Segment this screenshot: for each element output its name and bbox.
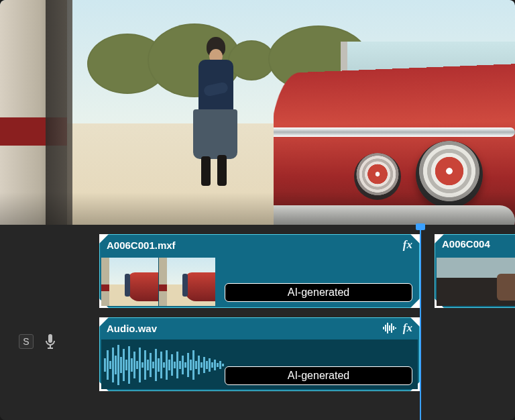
svg-rect-30 [166, 350, 168, 380]
svg-rect-48 [214, 360, 216, 370]
svg-rect-23 [147, 360, 149, 370]
svg-rect-31 [168, 360, 170, 370]
svg-rect-14 [123, 349, 125, 381]
svg-rect-37 [184, 362, 186, 368]
svg-rect-13 [120, 357, 122, 373]
svg-rect-1 [385, 325, 386, 331]
audio-waveform-icon[interactable] [383, 323, 396, 333]
svg-rect-45 [206, 361, 208, 369]
svg-rect-49 [217, 363, 219, 367]
svg-rect-25 [152, 362, 154, 368]
waveform [104, 344, 226, 385]
svg-rect-22 [144, 350, 146, 380]
svg-rect-24 [150, 353, 152, 377]
svg-rect-8 [107, 350, 109, 380]
svg-rect-35 [179, 361, 181, 369]
svg-rect-11 [115, 356, 117, 374]
track-header-column: S [0, 225, 94, 420]
svg-rect-19 [136, 361, 138, 369]
tracks-area[interactable]: A006C001.mxf fx AI-generated A006C004 [94, 225, 515, 420]
video-editor-app: S A006C001.mxf fx [0, 0, 515, 420]
svg-rect-17 [131, 358, 133, 372]
svg-rect-5 [393, 326, 394, 330]
svg-rect-20 [139, 348, 141, 382]
svg-rect-50 [219, 361, 221, 369]
svg-rect-28 [160, 352, 162, 378]
video-track-row[interactable]: A006C001.mxf fx AI-generated A006C004 [99, 234, 515, 308]
svg-rect-26 [155, 349, 157, 381]
clip-thumbnails [101, 258, 215, 306]
svg-rect-7 [104, 358, 106, 372]
svg-rect-27 [158, 358, 160, 372]
svg-rect-15 [125, 360, 127, 370]
svg-rect-34 [176, 352, 178, 378]
svg-rect-51 [222, 364, 224, 366]
svg-rect-38 [187, 353, 189, 377]
svg-rect-39 [190, 360, 192, 370]
ai-generated-badge: AI-generated [225, 283, 412, 302]
clip-filename: Audio.wav [107, 323, 157, 334]
svg-rect-18 [133, 352, 135, 378]
preview-scene [0, 0, 515, 225]
svg-rect-40 [192, 350, 194, 380]
svg-rect-12 [117, 345, 119, 385]
svg-rect-16 [128, 346, 130, 384]
svg-rect-32 [171, 354, 173, 376]
audio-track-header[interactable]: S [0, 303, 94, 380]
video-track-header[interactable] [0, 225, 94, 303]
svg-rect-44 [203, 357, 205, 373]
svg-rect-6 [395, 327, 396, 329]
timeline-panel: S A006C001.mxf fx [0, 225, 515, 420]
svg-rect-3 [389, 325, 390, 331]
mic-icon[interactable] [44, 334, 56, 349]
playhead[interactable] [420, 225, 421, 420]
clip-thumbnails [437, 258, 515, 306]
svg-rect-46 [209, 358, 211, 372]
svg-rect-9 [109, 361, 111, 369]
program-monitor[interactable] [0, 0, 515, 225]
svg-rect-43 [201, 362, 203, 368]
svg-rect-10 [112, 348, 114, 382]
svg-rect-4 [391, 323, 392, 333]
clip-filename: A006C004 [442, 238, 490, 250]
audio-clip-1[interactable]: Audio.wav fx [99, 317, 420, 391]
svg-rect-42 [198, 356, 200, 374]
svg-rect-47 [211, 362, 213, 368]
svg-rect-29 [163, 362, 165, 368]
fx-icon[interactable]: fx [403, 238, 412, 252]
svg-rect-0 [383, 327, 384, 329]
svg-rect-36 [182, 356, 184, 374]
svg-rect-41 [195, 361, 197, 369]
video-clip-2[interactable]: A006C004 [435, 234, 515, 308]
audio-track-row[interactable]: Audio.wav fx [99, 317, 515, 391]
svg-rect-21 [141, 362, 144, 368]
solo-button[interactable]: S [19, 334, 34, 349]
fx-icon[interactable]: fx [403, 321, 412, 335]
ai-generated-badge: AI-generated [225, 366, 412, 385]
svg-rect-33 [174, 362, 176, 368]
video-clip-1[interactable]: A006C001.mxf fx AI-generated [99, 234, 420, 308]
svg-rect-2 [387, 323, 388, 333]
clip-filename: A006C001.mxf [107, 240, 176, 251]
